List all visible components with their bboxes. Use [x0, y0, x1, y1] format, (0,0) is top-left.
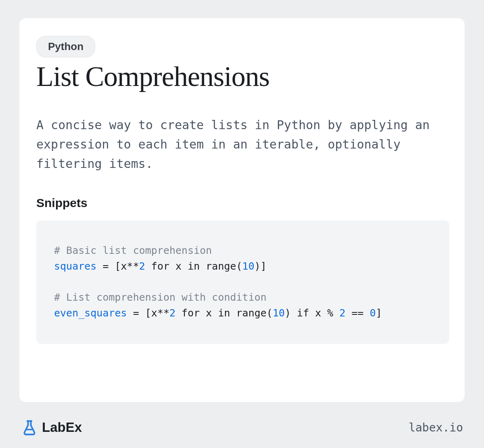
code-line-2: squares = [x**2 for x in range(10)] — [54, 259, 432, 274]
code-number: 10 — [242, 260, 255, 272]
snippets-heading: Snippets — [36, 196, 449, 210]
code-number: 2 — [139, 260, 145, 272]
page-title: List Comprehensions — [36, 61, 449, 93]
code-var: squares — [54, 260, 96, 272]
code-line-blank — [54, 274, 432, 290]
code-text: ) if x % — [285, 307, 339, 319]
footer: LabEx labex.io — [19, 419, 465, 436]
flask-icon — [21, 419, 38, 436]
code-comment: # Basic list comprehension — [54, 245, 212, 256]
code-text: = [x** — [127, 307, 169, 319]
site-url: labex.io — [409, 421, 463, 434]
code-comment: # List comprehension with condition — [54, 291, 267, 303]
logo: LabEx — [21, 419, 82, 436]
code-var: even_squares — [54, 307, 127, 319]
content-card: Python List Comprehensions A concise way… — [19, 18, 465, 402]
code-line-4: # List comprehension with condition — [54, 290, 432, 306]
code-number: 2 — [169, 307, 175, 319]
code-line-1: # Basic list comprehension — [54, 243, 432, 259]
code-text: == — [346, 307, 370, 319]
language-badge: Python — [36, 36, 95, 57]
code-text: ] — [376, 307, 382, 319]
code-number: 0 — [370, 307, 376, 319]
code-text: for x in range( — [175, 307, 273, 319]
code-text: )] — [255, 260, 267, 272]
code-text: = [x** — [96, 260, 139, 272]
code-line-5: even_squares = [x**2 for x in range(10) … — [54, 306, 432, 321]
description-text: A concise way to create lists in Python … — [36, 115, 449, 174]
code-number: 2 — [339, 307, 345, 319]
code-number: 10 — [273, 307, 285, 319]
code-block: # Basic list comprehension squares = [x*… — [36, 220, 449, 344]
code-text: for x in range( — [145, 260, 242, 272]
logo-text: LabEx — [42, 420, 82, 435]
